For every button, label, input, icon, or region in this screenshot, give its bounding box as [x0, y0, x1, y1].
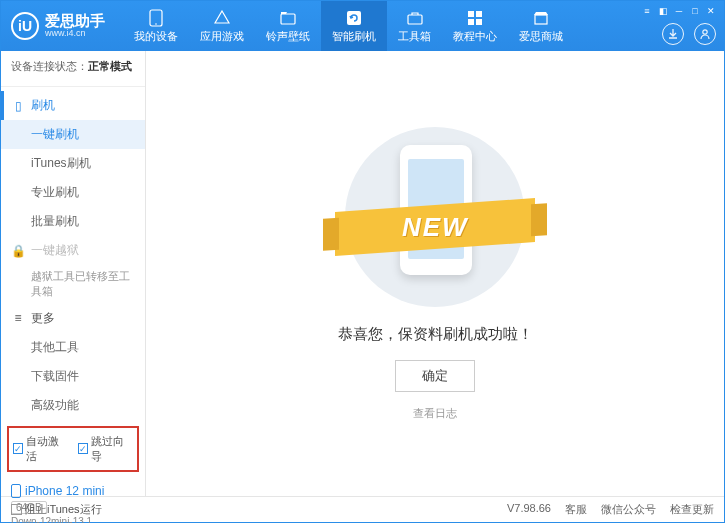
sidebar-item-batch-flash[interactable]: 批量刷机 [1, 207, 145, 236]
tab-my-device[interactable]: 我的设备 [123, 1, 189, 51]
main-tabs: 我的设备 应用游戏 铃声壁纸 智能刷机 工具箱 教程中心 [123, 1, 574, 51]
close-button[interactable]: ✕ [704, 5, 718, 17]
svg-rect-9 [535, 15, 547, 24]
grid-icon [466, 9, 484, 27]
phone-small-icon: ▯ [11, 99, 25, 113]
unchecked-icon [11, 504, 22, 515]
refresh-icon [345, 9, 363, 27]
device-phone-icon [11, 484, 21, 498]
logo-icon: iU [11, 12, 39, 40]
success-illustration: NEW [345, 127, 525, 307]
sidebar-item-advanced[interactable]: 高级功能 [1, 391, 145, 420]
new-ribbon: NEW [402, 211, 469, 242]
svg-rect-4 [408, 15, 422, 24]
minimize-button[interactable]: ─ [672, 5, 686, 17]
download-icon[interactable] [662, 23, 684, 45]
connection-status: 设备连接状态：正常模式 [1, 51, 145, 82]
main-content: NEW 恭喜您，保资料刷机成功啦！ 确定 查看日志 [146, 51, 724, 496]
svg-rect-7 [468, 19, 474, 25]
view-log-link[interactable]: 查看日志 [413, 406, 457, 421]
check-icon: ✓ [78, 443, 88, 454]
tab-tutorial[interactable]: 教程中心 [442, 1, 508, 51]
store-icon [532, 9, 550, 27]
checkbox-skip-setup[interactable]: ✓ 跳过向导 [78, 434, 133, 464]
svg-rect-3 [347, 11, 361, 25]
sidebar-head-jailbreak[interactable]: 🔒 一键越狱 [1, 236, 145, 265]
svg-point-1 [155, 23, 157, 25]
sidebar-item-oneclick-flash[interactable]: 一键刷机 [1, 120, 145, 149]
toolbox-icon [406, 9, 424, 27]
svg-rect-5 [468, 11, 474, 17]
sidebar-head-more[interactable]: ≡ 更多 [1, 304, 145, 333]
app-title: 爱思助手 [45, 13, 105, 30]
more-icon: ≡ [11, 311, 25, 325]
footer: 阻止iTunes运行 V7.98.66 客服 微信公众号 检查更新 [1, 496, 724, 522]
check-update-link[interactable]: 检查更新 [670, 502, 714, 517]
tab-smart-flash[interactable]: 智能刷机 [321, 1, 387, 51]
checkbox-block-itunes[interactable]: 阻止iTunes运行 [11, 502, 102, 517]
user-actions [662, 23, 716, 45]
svg-rect-8 [476, 19, 482, 25]
sidebar-item-other-tools[interactable]: 其他工具 [1, 333, 145, 362]
sidebar-item-download-firmware[interactable]: 下载固件 [1, 362, 145, 391]
tab-apps-games[interactable]: 应用游戏 [189, 1, 255, 51]
svg-rect-2 [281, 14, 295, 24]
tab-toolbox[interactable]: 工具箱 [387, 1, 442, 51]
svg-point-10 [703, 30, 707, 34]
check-icon: ✓ [13, 443, 23, 454]
phone-icon [147, 9, 165, 27]
app-logo: iU 爱思助手 www.i4.cn [1, 12, 115, 40]
ok-button[interactable]: 确定 [395, 360, 475, 392]
sidebar-item-itunes-flash[interactable]: iTunes刷机 [1, 149, 145, 178]
version-label: V7.98.66 [507, 502, 551, 517]
tab-ringtone-wallpaper[interactable]: 铃声壁纸 [255, 1, 321, 51]
service-link[interactable]: 客服 [565, 502, 587, 517]
flash-options-highlight: ✓ 自动激活 ✓ 跳过向导 [7, 426, 139, 472]
body: 设备连接状态：正常模式 ▯ 刷机 一键刷机 iTunes刷机 专业刷机 批量刷机… [1, 51, 724, 496]
sidebar: 设备连接状态：正常模式 ▯ 刷机 一键刷机 iTunes刷机 专业刷机 批量刷机… [1, 51, 146, 496]
checkbox-auto-activate[interactable]: ✓ 自动激活 [13, 434, 68, 464]
app-window: iU 爱思助手 www.i4.cn 我的设备 应用游戏 铃声壁纸 智能刷机 [0, 0, 725, 523]
user-icon[interactable] [694, 23, 716, 45]
window-controls: ≡ ◧ ─ □ ✕ [640, 5, 718, 17]
lock-icon: 🔒 [11, 244, 25, 258]
skin-button[interactable]: ◧ [656, 5, 670, 17]
svg-rect-6 [476, 11, 482, 17]
folder-icon [279, 9, 297, 27]
success-message: 恭喜您，保资料刷机成功啦！ [338, 325, 533, 344]
menu-button[interactable]: ≡ [640, 5, 654, 17]
jailbreak-note: 越狱工具已转移至工具箱 [1, 265, 145, 304]
sidebar-item-pro-flash[interactable]: 专业刷机 [1, 178, 145, 207]
wechat-link[interactable]: 微信公众号 [601, 502, 656, 517]
app-url: www.i4.cn [45, 29, 105, 39]
titlebar: iU 爱思助手 www.i4.cn 我的设备 应用游戏 铃声壁纸 智能刷机 [1, 1, 724, 51]
maximize-button[interactable]: □ [688, 5, 702, 17]
sidebar-head-flash[interactable]: ▯ 刷机 [1, 91, 145, 120]
tab-store[interactable]: 爱思商城 [508, 1, 574, 51]
apps-icon [213, 9, 231, 27]
